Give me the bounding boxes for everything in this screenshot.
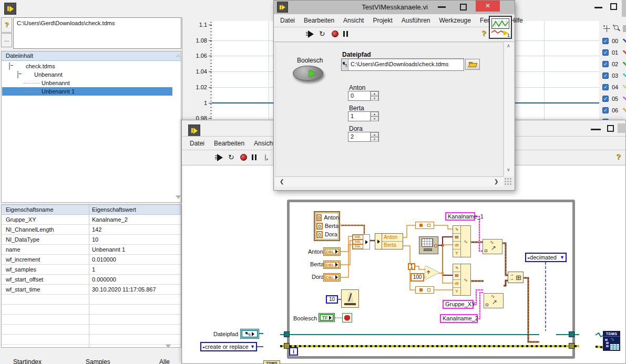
prop-name: wf_samples: [2, 265, 89, 274]
dateipfad-path-control[interactable]: C:\Users\Gerd\Downloads\check.tdms: [341, 58, 464, 71]
tree-item-channel[interactable]: Unbenannt: [2, 79, 181, 87]
channel-checkbox[interactable]: ✓: [602, 61, 609, 67]
scroll-right-icon[interactable]: ❯: [494, 179, 498, 184]
tree-scroll-up-icon[interactable]: [176, 54, 181, 57]
help-button[interactable]: ?: [1, 17, 12, 33]
horizontal-scrollbar[interactable]: ❮ ❯: [275, 176, 504, 186]
collapse-icon[interactable]: [17, 71, 18, 78]
table-row-empty[interactable]: [2, 295, 181, 305]
column-header-value[interactable]: Eigenschaftswert: [89, 205, 181, 214]
channel-checkbox[interactable]: ✓: [602, 72, 609, 79]
tree-item-label: Unbenannt 1: [42, 87, 75, 96]
maximize-button[interactable]: [460, 4, 467, 11]
table-row[interactable]: wf_start_offset0.000000: [2, 275, 181, 285]
vertical-scrollbar[interactable]: ∧ ∨: [504, 42, 514, 176]
vi-icon[interactable]: 1: [489, 16, 512, 39]
file-path-box[interactable]: C:\Users\Gerd\Downloads\check.tdms: [13, 17, 181, 49]
anton-spinner[interactable]: ▲▼: [370, 91, 378, 100]
run-icon[interactable]: [215, 154, 223, 161]
y-tick-label: 1.08: [183, 37, 207, 44]
table-row-empty[interactable]: [2, 335, 181, 345]
menu-ausfuehren[interactable]: Ausführen: [402, 17, 430, 24]
title-bar[interactable]: TestVIMesskanaele.vi ✕: [274, 1, 515, 14]
run-icon[interactable]: [306, 30, 314, 38]
table-row[interactable]: NI_ChannelLength142: [2, 225, 181, 235]
menu-bearbeiten[interactable]: Bearbeiten: [304, 17, 334, 24]
tree-item-group[interactable]: Unbenannt: [2, 70, 181, 79]
minimize-button[interactable]: [591, 129, 601, 130]
table-row-empty[interactable]: [2, 315, 181, 325]
table-row[interactable]: wf_samples1: [2, 265, 181, 275]
menu-hilfe[interactable]: Hilfe: [510, 17, 523, 24]
scroll-left-icon[interactable]: ❮: [280, 179, 284, 184]
prop-value: 0.010000: [89, 255, 181, 264]
table-row-empty[interactable]: [2, 305, 181, 315]
highlight-execution-icon[interactable]: [265, 154, 266, 161]
minimize-button[interactable]: [438, 6, 446, 8]
channel-legend-panel: ✓ 00 ✓ 01 ✓ 02 ✓ 03: [599, 17, 626, 129]
dora-numeric-control[interactable]: 2 ▲▼: [348, 132, 379, 142]
pan-tool-icon[interactable]: [623, 25, 626, 32]
prop-value: 0.000000: [89, 275, 181, 284]
dora-spinner[interactable]: ▲▼: [370, 132, 378, 141]
channel-row: ✓ 00: [602, 37, 626, 45]
table-row[interactable]: NI_DataType10: [2, 235, 181, 245]
anton-numeric-control[interactable]: 0 ▲▼: [348, 91, 379, 101]
browse-button[interactable]: ...: [1, 33, 12, 47]
y-tick-label: 1.02: [183, 84, 207, 90]
menu-datei[interactable]: Datei: [190, 140, 204, 147]
menu-datei[interactable]: Datei: [280, 17, 295, 24]
channel-row: ✓ 02: [602, 60, 626, 68]
minimize-button[interactable]: [594, 7, 602, 8]
berta-numeric-control[interactable]: 1 ▲▼: [348, 111, 379, 121]
prop-name: NI_ChannelLength: [2, 225, 89, 234]
cursor-tool-icon[interactable]: [603, 25, 610, 32]
scroll-down-icon[interactable]: ∨: [507, 167, 510, 172]
table-row[interactable]: wf_increment0.010000: [2, 255, 181, 265]
abort-icon[interactable]: [240, 154, 247, 161]
channel-checkbox[interactable]: ✓: [602, 96, 609, 102]
channel-checkbox[interactable]: ✓: [602, 49, 609, 56]
collapse-icon[interactable]: [9, 63, 10, 70]
while-loop[interactable]: [287, 200, 575, 359]
channel-checkbox[interactable]: ✓: [602, 107, 609, 113]
table-row[interactable]: wf_start_time30.10.2020 11:17:05.867: [2, 285, 181, 295]
table-row[interactable]: nameUnbenannt 1: [2, 245, 181, 255]
channel-checkbox[interactable]: ✓: [602, 38, 609, 44]
table-row-empty[interactable]: [2, 325, 181, 335]
maximize-button[interactable]: [607, 125, 614, 132]
channel-checkbox[interactable]: ✓: [602, 84, 609, 90]
run-continuous-icon[interactable]: ↻: [228, 153, 234, 161]
help-icon[interactable]: ?: [481, 29, 486, 37]
table-row[interactable]: Gruppe_XYKanalname_2: [2, 215, 181, 225]
column-header-name[interactable]: Eigenschaftsname: [2, 205, 89, 214]
tree-item-channel-selected[interactable]: Unbenannt 1: [2, 87, 172, 96]
maximize-button[interactable]: [610, 3, 617, 10]
boolesch-button[interactable]: [293, 66, 323, 81]
run-continuous-icon[interactable]: ↻: [319, 30, 325, 37]
abort-icon[interactable]: [332, 30, 338, 37]
help-icon[interactable]: ?: [616, 152, 621, 161]
y-tick-label: 1.06: [183, 53, 207, 59]
dateipfad-label: Dateipfad: [342, 51, 371, 58]
front-panel-canvas[interactable]: Boolesch Dateipfad C:\Users\Gerd\Downloa…: [275, 42, 504, 176]
scroll-up-icon[interactable]: ∧: [507, 43, 510, 48]
zoom-tool-icon[interactable]: [613, 25, 620, 32]
tree-item-file[interactable]: check.tdms: [2, 62, 181, 70]
pause-icon[interactable]: [343, 31, 348, 37]
browse-folder-button[interactable]: [465, 59, 480, 70]
menu-ansicht[interactable]: Ansicht: [343, 17, 364, 24]
channel-label: 03: [612, 72, 618, 79]
tree-scroll-down-icon[interactable]: [176, 195, 181, 199]
table-row-empty[interactable]: [2, 345, 181, 348]
close-button[interactable]: ✕: [476, 1, 500, 12]
berta-spinner[interactable]: ▲▼: [370, 112, 378, 121]
menu-projekt[interactable]: Projekt: [373, 17, 392, 24]
pause-icon[interactable]: [252, 154, 256, 160]
prop-value: 10: [89, 235, 181, 244]
menu-werkzeuge[interactable]: Werkzeuge: [439, 17, 470, 24]
menu-bearbeiten[interactable]: Bearbeiten: [214, 140, 244, 147]
channel-color-swatch: [623, 74, 626, 78]
menu-ansicht[interactable]: Ansicht: [254, 140, 274, 147]
resize-grip[interactable]: [504, 178, 512, 185]
